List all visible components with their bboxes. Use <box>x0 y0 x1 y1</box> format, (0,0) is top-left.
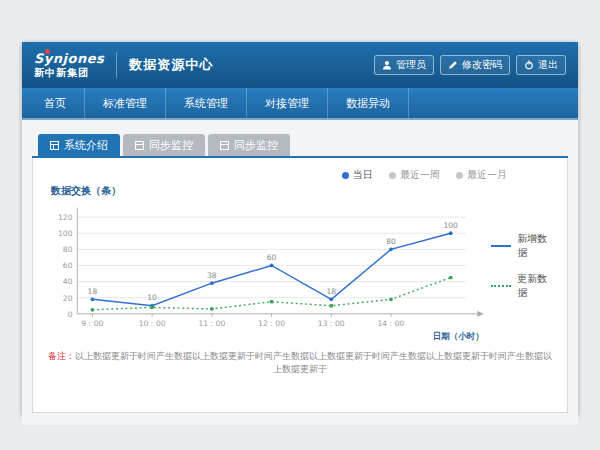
svg-text:14：00: 14：00 <box>378 319 405 328</box>
logo-text: Synjones <box>34 52 104 67</box>
nav-item-docking-mgmt[interactable]: 对接管理 <box>247 88 328 118</box>
main-nav: 首页 标准管理 系统管理 对接管理 数据异动 <box>22 88 578 120</box>
filter-last-month[interactable]: 最近一月 <box>456 168 507 182</box>
svg-text:13：00: 13：00 <box>318 319 345 328</box>
filter-today[interactable]: 当日 <box>342 168 373 182</box>
svg-text:38: 38 <box>207 271 217 280</box>
filter-last-week[interactable]: 最近一周 <box>389 168 440 182</box>
svg-text:18: 18 <box>88 287 98 296</box>
grid-icon <box>50 141 59 150</box>
svg-text:10：00: 10：00 <box>139 319 166 328</box>
svg-text:120: 120 <box>58 213 73 222</box>
dot-icon <box>342 172 349 179</box>
content-area: 系统介绍 同步监控 同步监控 当日 <box>22 120 578 425</box>
chart-row: 0204060801001209：0010：0011：0012：0013：001… <box>45 198 555 350</box>
nav-item-home[interactable]: 首页 <box>26 88 85 118</box>
svg-text:100: 100 <box>443 221 458 230</box>
svg-text:18: 18 <box>326 287 336 296</box>
svg-text:60: 60 <box>267 253 277 262</box>
tab-label: 同步监控 <box>149 138 193 153</box>
tab-system-intro[interactable]: 系统介绍 <box>38 134 120 156</box>
svg-text:80: 80 <box>386 237 396 246</box>
svg-text:日期（小时）: 日期（小时） <box>433 331 484 341</box>
legend-label: 更新数据 <box>517 272 555 300</box>
grid-icon <box>135 141 144 150</box>
change-password-button[interactable]: 修改密码 <box>440 55 510 75</box>
tab-sync-monitor-2[interactable]: 同步监控 <box>208 134 290 156</box>
tab-sync-monitor-1[interactable]: 同步监控 <box>123 134 205 156</box>
user-icon <box>382 60 392 70</box>
tab-label: 同步监控 <box>234 138 278 153</box>
filter-label: 当日 <box>353 168 373 182</box>
svg-text:11：00: 11：00 <box>198 319 225 328</box>
svg-text:100: 100 <box>58 229 73 238</box>
svg-text:80: 80 <box>63 245 73 254</box>
dot-icon <box>389 172 396 179</box>
dot-icon <box>456 172 463 179</box>
app-window: Synjones 新中新集团 数据资源中心 管理员 修改密码 退出 <box>22 42 578 415</box>
logo-subtext: 新中新集团 <box>34 67 104 79</box>
page-title: 数据资源中心 <box>129 56 213 74</box>
line-sample-solid-icon <box>491 245 512 247</box>
svg-text:12：00: 12：00 <box>258 319 285 328</box>
header-actions: 管理员 修改密码 退出 <box>374 55 566 75</box>
svg-text:20: 20 <box>63 294 73 303</box>
power-icon <box>524 60 534 70</box>
filter-label: 最近一月 <box>467 168 507 182</box>
logo: Synjones 新中新集团 <box>34 52 104 78</box>
note-text: 以上数据更新于时间产生数据以上数据更新于时间产生数据以上数据更新于时间产生数据以… <box>75 351 552 374</box>
svg-text:9：00: 9：00 <box>81 319 103 328</box>
line-sample-dotted-icon <box>491 285 512 287</box>
svg-text:10: 10 <box>147 293 157 302</box>
line-chart: 0204060801001209：0010：0011：0012：0013：001… <box>45 198 491 350</box>
change-password-label: 修改密码 <box>462 58 502 72</box>
grid-icon <box>220 141 229 150</box>
y-axis-title: 数据交换（条） <box>51 184 555 198</box>
logout-button[interactable]: 退出 <box>516 55 566 75</box>
app-header: Synjones 新中新集团 数据资源中心 管理员 修改密码 退出 <box>22 42 578 88</box>
nav-item-system-mgmt[interactable]: 系统管理 <box>166 88 247 118</box>
legend-update-data[interactable]: 更新数据 <box>491 272 555 300</box>
browser-viewport: Synjones 新中新集团 数据资源中心 管理员 修改密码 退出 <box>0 0 600 450</box>
svg-text:40: 40 <box>63 277 73 286</box>
admin-user-button[interactable]: 管理员 <box>374 55 434 75</box>
nav-item-standard-mgmt[interactable]: 标准管理 <box>85 88 166 118</box>
admin-user-label: 管理员 <box>396 58 426 72</box>
filter-label: 最近一周 <box>400 168 440 182</box>
series-legend: 新增数据 更新数据 <box>491 232 555 316</box>
svg-text:60: 60 <box>63 261 73 270</box>
pencil-icon <box>448 60 458 70</box>
header-divider <box>116 52 117 78</box>
legend-label: 新增数据 <box>517 232 555 260</box>
tab-label: 系统介绍 <box>64 138 108 153</box>
chart-panel: 当日 最近一周 最近一月 数据交换（条） 0204060801001209：00… <box>32 158 568 413</box>
logout-label: 退出 <box>538 58 558 72</box>
chart-filters: 当日 最近一周 最近一月 <box>45 166 555 182</box>
legend-new-data[interactable]: 新增数据 <box>491 232 555 260</box>
logo-dot-icon <box>45 49 50 54</box>
note-prefix: 备注： <box>48 351 75 361</box>
svg-text:0: 0 <box>68 310 73 319</box>
footer-note: 备注：以上数据更新于时间产生数据以上数据更新于时间产生数据以上数据更新于时间产生… <box>45 350 555 376</box>
tab-bar: 系统介绍 同步监控 同步监控 <box>32 134 568 158</box>
nav-item-data-change[interactable]: 数据异动 <box>328 88 409 118</box>
